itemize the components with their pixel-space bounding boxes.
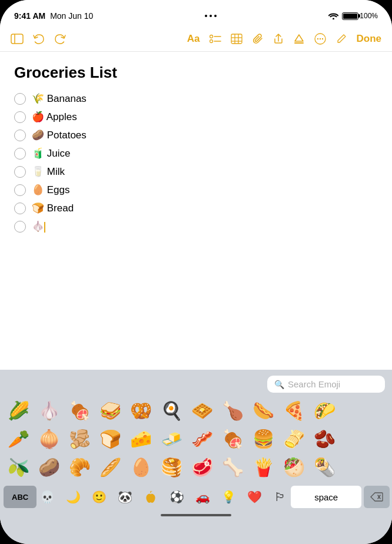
emoji-search-bar: 🔍 Search Emoji	[0, 370, 392, 396]
checkbox-bread[interactable]	[14, 203, 26, 214]
emoji-carrot[interactable]: 🥕	[4, 424, 33, 453]
emoji-olive[interactable]: 🫒	[4, 453, 33, 481]
checklist-item-milk: 🥛 Milk	[14, 165, 378, 178]
svg-point-2	[210, 35, 212, 38]
emoji-hotdog[interactable]: 🌭	[248, 396, 278, 424]
delete-key[interactable]	[364, 486, 390, 508]
emoji-butter[interactable]: 🧈	[157, 424, 186, 453]
more-button[interactable]	[314, 33, 326, 45]
checklist-item-apples: 🍎 Apples	[14, 111, 378, 123]
keyboard-bottom-bar: ABC 💀 🌙 🙂 🐼 ⚽ 🚗 💡 ❤️ 🏳	[0, 481, 392, 512]
emoji-ginger[interactable]: 🫚	[65, 424, 94, 453]
emoji-meat-bone[interactable]: 🍖	[65, 396, 94, 424]
redo-button[interactable]	[54, 34, 66, 44]
status-bar: 9:41 AM Mon Jun 10 100%	[0, 0, 392, 26]
emoji-bacon[interactable]: 🥓	[187, 424, 217, 453]
emoji-steak[interactable]: 🥩	[187, 453, 217, 481]
checkbox-milk[interactable]	[14, 166, 26, 178]
emoji-cheese[interactable]: 🧀	[126, 424, 155, 453]
emoji-search-placeholder: Search Emoji	[288, 379, 340, 389]
battery-icon: 100%	[342, 12, 378, 20]
status-time: 9:41 AM	[14, 11, 45, 21]
svg-point-13	[317, 38, 318, 39]
note-content: Groceries List 🌾 Bananas 🍎 Apples 🥔 Pota…	[0, 52, 392, 364]
checklist-button[interactable]	[210, 34, 221, 44]
emoji-cat-apple[interactable]	[140, 486, 161, 508]
emoji-cat-skull[interactable]: 💀	[36, 486, 58, 508]
checkbox-apples[interactable]	[14, 111, 26, 123]
item-text-eggs: 🥚 Eggs	[32, 184, 69, 196]
emoji-taco[interactable]: 🌮	[310, 396, 339, 424]
emoji-waffle[interactable]: 🧇	[187, 396, 217, 424]
emoji-wrap[interactable]: 🌯	[310, 453, 339, 481]
item-text-milk: 🥛 Milk	[32, 165, 65, 178]
checkbox-new[interactable]	[14, 221, 26, 233]
share-button[interactable]	[273, 34, 284, 44]
space-key[interactable]: space	[291, 486, 361, 508]
emoji-poultry-leg[interactable]: 🍗	[218, 396, 247, 424]
emoji-cat-car[interactable]: 🚗	[192, 486, 213, 508]
checklist-item-bread: 🍞 Bread	[14, 202, 378, 214]
emoji-keyboard: 🔍 Search Emoji 🌽 🧄 🍖 🥪 🥨 🍳 🧇 🍗 🌭 🍕 🌮 🥕 🧅…	[0, 370, 392, 544]
emoji-kebab[interactable]: 🥙	[279, 453, 308, 481]
svg-rect-6	[231, 34, 242, 44]
undo-button[interactable]	[33, 34, 45, 44]
emoji-tamale[interactable]: 🫔	[279, 424, 308, 453]
emoji-search-box[interactable]: 🔍 Search Emoji	[267, 376, 385, 393]
search-icon: 🔍	[274, 380, 284, 389]
item-text-bananas: 🌾 Bananas	[32, 92, 87, 105]
item-text-apples: 🍎 Apples	[32, 111, 77, 123]
emoji-fries[interactable]: 🍟	[248, 453, 278, 481]
svg-point-14	[319, 38, 320, 39]
done-button[interactable]: Done	[357, 33, 382, 45]
emoji-cat-heart[interactable]: ❤️	[244, 486, 265, 508]
emoji-bone[interactable]: 🦴	[218, 453, 247, 481]
emoji-frying-pan[interactable]: 🍳	[157, 396, 186, 424]
checkbox-eggs[interactable]	[14, 184, 26, 196]
emoji-cat-faces[interactable]: 🙂	[88, 486, 109, 508]
svg-point-4	[210, 39, 212, 42]
emoji-cat-panda[interactable]: 🐼	[114, 486, 135, 508]
emoji-sandwich[interactable]: 🥪	[95, 396, 125, 424]
checkbox-bananas[interactable]	[14, 93, 26, 105]
emoji-cat-sports[interactable]: ⚽	[166, 486, 187, 508]
emoji-croissant[interactable]: 🥐	[65, 453, 94, 481]
home-indicator	[161, 514, 231, 516]
emoji-corn[interactable]: 🌽	[4, 396, 33, 424]
emoji-burger[interactable]: 🍔	[248, 424, 278, 453]
emoji-pancakes[interactable]: 🥞	[157, 453, 186, 481]
checklist-item-potatoes: 🥔 Potatoes	[14, 129, 378, 141]
item-text-new: 🧄	[32, 220, 45, 233]
emoji-row-3: 🫒 🥔 🥐 🥖 🥚 🥞 🥩 🦴 🍟 🥙 🌯	[0, 453, 392, 481]
emoji-pretzel[interactable]: 🥨	[126, 396, 155, 424]
emoji-cat-flag[interactable]: 🏳	[270, 486, 291, 508]
emoji-potato[interactable]: 🥔	[34, 453, 64, 481]
emoji-leg[interactable]: 🍖	[218, 424, 247, 453]
note-title[interactable]: Groceries List	[14, 64, 378, 82]
font-format-button[interactable]: Aa	[187, 33, 200, 45]
checkbox-potatoes[interactable]	[14, 130, 26, 141]
emoji-bread2[interactable]: 🍞	[95, 424, 125, 453]
status-right-icons: 100%	[328, 12, 378, 20]
table-button[interactable]	[231, 34, 242, 44]
sidebar-toggle-button[interactable]	[11, 34, 24, 44]
emoji-cat-cookie[interactable]: 🌙	[62, 486, 84, 508]
emoji-beans[interactable]: 🫘	[310, 424, 339, 453]
emoji-onion[interactable]: 🧅	[34, 424, 64, 453]
emoji-egg[interactable]: 🥚	[126, 453, 155, 481]
svg-point-15	[321, 38, 323, 39]
svg-rect-0	[11, 34, 23, 44]
item-text-juice: 🧃 Juice	[32, 147, 70, 160]
emoji-baguette[interactable]: 🥖	[95, 453, 125, 481]
attachment-button[interactable]	[252, 34, 264, 44]
emoji-garlic[interactable]: 🧄	[34, 396, 64, 424]
abc-key[interactable]: ABC	[4, 486, 36, 508]
compose-button[interactable]	[335, 34, 347, 44]
wifi-icon	[328, 12, 338, 19]
emoji-pizza[interactable]: 🍕	[279, 396, 308, 424]
emoji-cat-bulb[interactable]: 💡	[218, 486, 239, 508]
highlight-button[interactable]	[293, 34, 305, 44]
item-text-potatoes: 🥔 Potatoes	[32, 129, 87, 141]
checkbox-juice[interactable]	[14, 148, 26, 160]
status-date: Mon Jun 10	[50, 11, 93, 21]
